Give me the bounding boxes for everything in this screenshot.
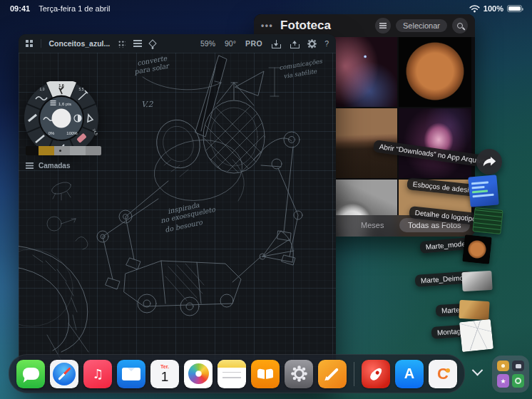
zoom-level[interactable]: 59% bbox=[200, 39, 215, 48]
app-photos-icon[interactable] bbox=[184, 360, 213, 388]
drag-file-thumb-marte[interactable] bbox=[459, 300, 489, 320]
app-store-icon[interactable]: A bbox=[395, 360, 424, 388]
ipad-screen: 09:41 Terça-feira 1 de abril 100% ••• Fo… bbox=[0, 0, 532, 399]
app-library-mini-yellow bbox=[497, 361, 509, 371]
app-library-mini-star: ★ bbox=[497, 374, 509, 388]
app-concepts-icon[interactable] bbox=[318, 360, 347, 388]
ring-size-label: 1,0 bbox=[40, 87, 45, 91]
annotation-beetle-3: do besouro bbox=[164, 218, 204, 234]
select-button[interactable]: Selecionar bbox=[396, 19, 447, 32]
photo-orion-nebula[interactable] bbox=[399, 108, 471, 178]
opacity-min-label: 0% bbox=[48, 131, 55, 135]
blue-sticker-thumb[interactable] bbox=[468, 175, 499, 207]
gear-icon[interactable] bbox=[309, 41, 315, 47]
app-library-mini-camera bbox=[512, 361, 524, 371]
dock: ♫ Ter. 1 A C bbox=[9, 354, 465, 393]
annotation-satellite-1: comunicações bbox=[279, 58, 323, 71]
drawing-toolbar: Conceitos_azul... 59% 90° PRO ? bbox=[19, 34, 336, 53]
divider bbox=[41, 39, 41, 48]
photo-mars-planet[interactable] bbox=[399, 37, 471, 107]
tool-wheel[interactable]: 1,6 1,0 5,5 14,5 6,0 bbox=[24, 81, 98, 155]
status-bar: 09:41 Terça-feira 1 de abril 100% bbox=[0, 0, 532, 17]
drag-file-thumb-marte-deimos[interactable] bbox=[461, 271, 492, 291]
color-palette[interactable] bbox=[26, 146, 101, 155]
layers-label: Camadas bbox=[39, 162, 70, 170]
drawing-app-window: Conceitos_azul... 59% 90° PRO ? bbox=[19, 34, 336, 390]
menu-lines-icon[interactable] bbox=[133, 40, 142, 47]
app-mail-icon[interactable] bbox=[117, 360, 145, 388]
calendar-day: 1 bbox=[161, 370, 169, 383]
vector-node-icon[interactable] bbox=[149, 39, 157, 47]
tab-months[interactable]: Meses bbox=[361, 221, 384, 229]
annotation-beetle-2: no exoesqueleto bbox=[160, 205, 217, 224]
drag-file-thumb-marte-modelo[interactable] bbox=[462, 234, 492, 264]
clock: 09:41 bbox=[10, 4, 30, 13]
battery-percent: 100% bbox=[484, 4, 503, 13]
share-forward-icon[interactable] bbox=[476, 149, 502, 175]
dock-divider bbox=[354, 362, 354, 386]
selected-size-label: 1,6 bbox=[58, 83, 64, 88]
app-messages-icon[interactable] bbox=[16, 360, 45, 388]
app-notes-icon[interactable] bbox=[218, 360, 246, 388]
date: Terça-feira 1 de abril bbox=[39, 4, 110, 13]
wifi-icon bbox=[469, 5, 480, 13]
stroke-width-label: 1,6 pts bbox=[58, 102, 71, 106]
annotation-solar-2: para solar bbox=[133, 61, 170, 76]
swatch-mid-gray[interactable] bbox=[86, 146, 101, 155]
chevron-down-icon[interactable] bbox=[465, 360, 489, 384]
app-music-icon[interactable]: ♫ bbox=[83, 360, 112, 388]
color-preview[interactable] bbox=[52, 109, 71, 128]
drawing-canvas[interactable]: converte para solar comunicações via sat… bbox=[19, 53, 336, 390]
swatch-light-gray[interactable] bbox=[70, 146, 86, 155]
annotation-solar-1: converte bbox=[136, 54, 168, 67]
layers-icon bbox=[26, 162, 34, 169]
pro-badge[interactable]: PRO bbox=[245, 39, 262, 48]
dots-grid-icon[interactable] bbox=[118, 40, 126, 48]
layers-button[interactable]: Camadas bbox=[26, 162, 70, 170]
annotation-beetle-1: inspirada bbox=[167, 201, 200, 215]
swatch-gold[interactable] bbox=[39, 146, 54, 155]
app-rocket-icon[interactable] bbox=[362, 360, 390, 388]
app-library-mini-green bbox=[512, 374, 524, 388]
app-settings-icon[interactable] bbox=[285, 360, 313, 388]
more-icon[interactable]: ••• bbox=[261, 21, 273, 31]
green-sticker-thumb[interactable] bbox=[472, 207, 503, 234]
annotation-version: V.2 bbox=[141, 100, 154, 109]
app-calendar-icon[interactable]: Ter. 1 bbox=[150, 360, 179, 388]
search-icon[interactable] bbox=[452, 18, 468, 33]
export-tray-icon[interactable] bbox=[290, 39, 300, 48]
drag-file-thumb-montagem[interactable] bbox=[459, 319, 493, 352]
swatch-black[interactable] bbox=[26, 146, 39, 155]
opacity-max-label: 100% bbox=[66, 131, 78, 135]
app-safari-icon[interactable] bbox=[50, 360, 78, 388]
app-library-icon[interactable]: ★ bbox=[492, 356, 529, 393]
import-tray-icon[interactable] bbox=[272, 39, 281, 48]
swatch-gray-selected[interactable] bbox=[54, 146, 70, 155]
help-button[interactable]: ? bbox=[324, 39, 329, 48]
app-orange-c-icon[interactable]: C bbox=[429, 360, 457, 388]
filter-lines-icon[interactable] bbox=[375, 18, 391, 33]
ring-size-label: 5,5 bbox=[79, 87, 84, 91]
grid-squares-icon[interactable] bbox=[26, 40, 33, 47]
photos-title: Fototeca bbox=[280, 19, 331, 33]
annotation-satellite-2: via satélite bbox=[283, 68, 318, 80]
app-books-icon[interactable] bbox=[251, 360, 280, 388]
document-title[interactable]: Conceitos_azul... bbox=[49, 39, 111, 48]
rotation-value[interactable]: 90° bbox=[225, 39, 236, 48]
battery-icon bbox=[507, 5, 522, 12]
